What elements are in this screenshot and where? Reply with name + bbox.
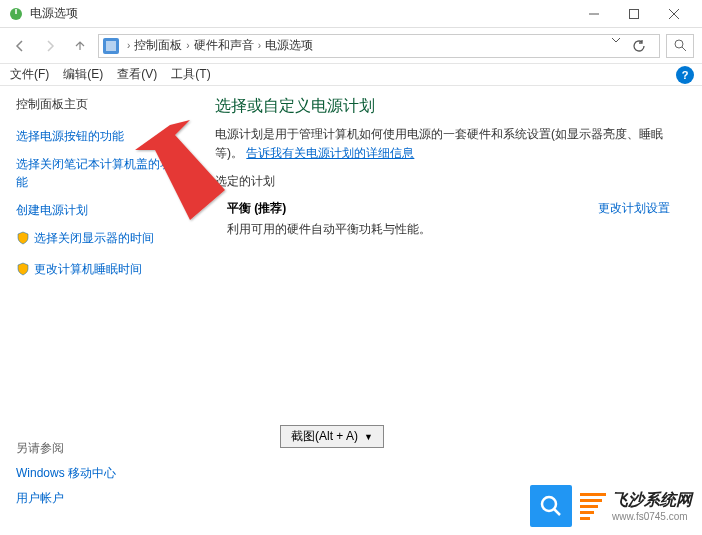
chevron-down-icon[interactable] (611, 34, 621, 58)
shield-icon (16, 231, 30, 250)
watermark: 飞沙系统网 www.fs0745.com (530, 485, 692, 527)
desc-link[interactable]: 告诉我有关电源计划的详细信息 (246, 146, 414, 160)
chevron-right-icon: › (254, 40, 265, 51)
see-also-mobility-center[interactable]: Windows 移动中心 (16, 465, 116, 482)
sidebar-home[interactable]: 控制面板主页 (16, 96, 179, 113)
sidebar-link-power-button[interactable]: 选择电源按钮的功能 (16, 127, 179, 145)
up-button[interactable] (68, 34, 92, 58)
svg-point-7 (675, 40, 683, 48)
change-plan-settings-link[interactable]: 更改计划设置 (598, 200, 670, 217)
help-icon[interactable]: ? (676, 66, 694, 84)
section-label: 选定的计划 (215, 173, 682, 190)
watermark-url: www.fs0745.com (612, 511, 692, 522)
shield-icon (16, 262, 30, 281)
breadcrumb-item[interactable]: 电源选项 (265, 37, 313, 54)
see-also-title: 另请参阅 (16, 440, 116, 457)
app-icon (8, 6, 24, 22)
menu-edit[interactable]: 编辑(E) (57, 64, 109, 85)
search-icon (530, 485, 572, 527)
breadcrumb-item[interactable]: 硬件和声音 (194, 37, 254, 54)
page-title: 选择或自定义电源计划 (215, 96, 682, 117)
breadcrumb-item[interactable]: 控制面板 (134, 37, 182, 54)
main: 选择或自定义电源计划 电源计划是用于管理计算机如何使用电源的一套硬件和系统设置(… (195, 86, 702, 535)
navbar: › 控制面板 › 硬件和声音 › 电源选项 (0, 28, 702, 64)
titlebar: 电源选项 (0, 0, 702, 28)
sidebar-item-label: 更改计算机睡眠时间 (34, 260, 142, 278)
sidebar-link-display-off[interactable]: 选择关闭显示器的时间 (16, 229, 179, 250)
chevron-right-icon: › (123, 40, 134, 51)
watermark-logo: 飞沙系统网 www.fs0745.com (580, 490, 692, 522)
refresh-button[interactable] (627, 34, 651, 58)
see-also-user-accounts[interactable]: 用户帐户 (16, 490, 116, 507)
search-button[interactable] (666, 34, 694, 58)
logo-bars-icon (580, 493, 606, 520)
plan-row: 平衡 (推荐) 利用可用的硬件自动平衡功耗与性能。 更改计划设置 (215, 200, 682, 238)
menubar: 文件(F) 编辑(E) 查看(V) 工具(T) ? (0, 64, 702, 86)
sidebar-link-sleep-time[interactable]: 更改计算机睡眠时间 (16, 260, 179, 281)
sidebar-link-create-plan[interactable]: 创建电源计划 (16, 201, 179, 219)
back-button[interactable] (8, 34, 32, 58)
chevron-down-icon: ▼ (364, 432, 373, 442)
chevron-right-icon: › (182, 40, 193, 51)
watermark-brand: 飞沙系统网 (612, 490, 692, 511)
maximize-button[interactable] (614, 0, 654, 28)
svg-line-8 (682, 47, 686, 51)
screenshot-button[interactable]: 截图(Alt + A) ▼ (280, 425, 384, 448)
svg-rect-6 (106, 41, 116, 51)
svg-point-9 (542, 497, 556, 511)
forward-button[interactable] (38, 34, 62, 58)
svg-rect-2 (630, 9, 639, 18)
menu-file[interactable]: 文件(F) (4, 64, 55, 85)
sidebar-link-lid-close[interactable]: 选择关闭笔记本计算机盖的功能 (16, 155, 179, 191)
svg-line-10 (554, 509, 560, 515)
screenshot-label: 截图(Alt + A) (291, 428, 358, 445)
page-description: 电源计划是用于管理计算机如何使用电源的一套硬件和系统设置(如显示器亮度、睡眠等)… (215, 125, 682, 163)
control-panel-icon (103, 38, 119, 54)
sidebar-item-label: 选择关闭显示器的时间 (34, 229, 154, 247)
close-button[interactable] (654, 0, 694, 28)
see-also-section: 另请参阅 Windows 移动中心 用户帐户 (16, 440, 116, 515)
minimize-button[interactable] (574, 0, 614, 28)
window-title: 电源选项 (30, 5, 574, 22)
breadcrumb[interactable]: › 控制面板 › 硬件和声音 › 电源选项 (98, 34, 660, 58)
menu-view[interactable]: 查看(V) (111, 64, 163, 85)
menu-tools[interactable]: 工具(T) (165, 64, 216, 85)
plan-description: 利用可用的硬件自动平衡功耗与性能。 (227, 221, 431, 238)
plan-name: 平衡 (推荐) (227, 200, 431, 217)
